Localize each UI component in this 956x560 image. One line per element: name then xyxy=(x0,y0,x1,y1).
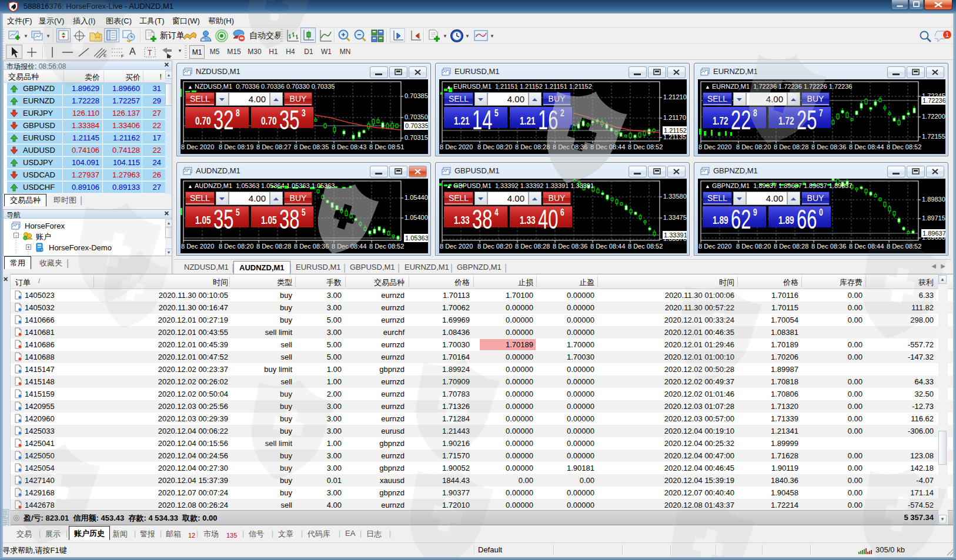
svg-text:T: T xyxy=(148,49,152,57)
svg-text:1: 1 xyxy=(945,31,949,38)
